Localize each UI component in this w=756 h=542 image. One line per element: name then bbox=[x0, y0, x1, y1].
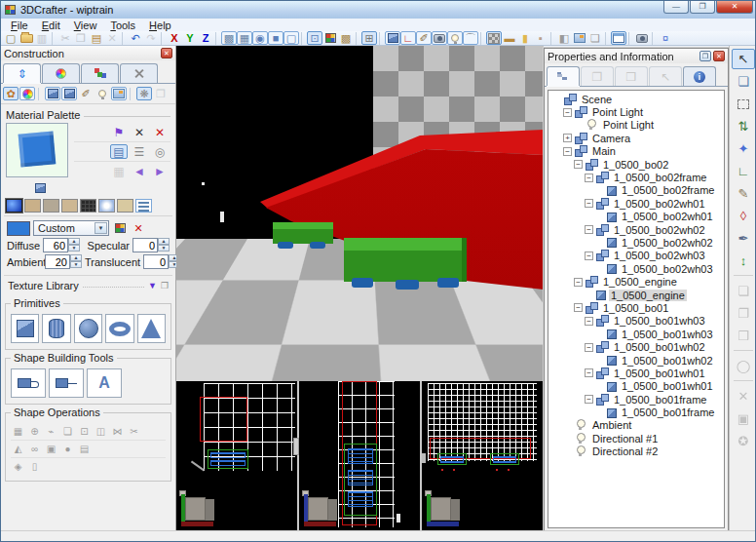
primitive-torus[interactable] bbox=[105, 314, 133, 343]
component-mode-icon[interactable] bbox=[61, 87, 77, 100]
expand-icon[interactable]: + bbox=[563, 134, 572, 142]
primitive-cylinder[interactable] bbox=[42, 314, 70, 343]
chevron-down-icon[interactable]: ▼ bbox=[94, 222, 107, 234]
tree-item[interactable]: −1_0500_bo02frame bbox=[548, 171, 724, 183]
collapse-icon[interactable]: − bbox=[585, 225, 593, 234]
tree-item[interactable]: −1_0500_bo01wh02 bbox=[548, 340, 724, 353]
diffuse-value[interactable] bbox=[43, 238, 68, 252]
swatch-radial[interactable] bbox=[98, 199, 115, 213]
tree-item[interactable]: Point Light bbox=[548, 119, 724, 132]
scene-image-icon[interactable] bbox=[111, 87, 127, 100]
small-eraser-icon[interactable]: ▪ bbox=[533, 31, 548, 45]
add-camera-icon[interactable] bbox=[432, 31, 447, 45]
apply-material-icon[interactable]: ⚑ bbox=[110, 125, 128, 139]
specular-value[interactable] bbox=[132, 238, 158, 252]
vehicle-icon[interactable]: ▬ bbox=[502, 31, 517, 45]
light-mode-icon[interactable] bbox=[94, 87, 110, 100]
collapse-icon[interactable]: − bbox=[585, 317, 593, 326]
ambient-value[interactable] bbox=[45, 254, 70, 269]
collapse-icon[interactable]: − bbox=[585, 252, 593, 260]
select-tool-icon[interactable]: ↖ bbox=[732, 49, 755, 69]
properties-maximize-icon[interactable]: ❐ bbox=[699, 51, 711, 61]
collapse-icon[interactable]: − bbox=[574, 160, 583, 169]
delete-material-icon[interactable]: ✕ bbox=[151, 125, 169, 139]
tab-info[interactable]: i bbox=[683, 66, 716, 86]
tree-item[interactable]: 1_0500_bo02frame bbox=[548, 184, 724, 197]
tree-item[interactable]: 1_0500_engine bbox=[548, 289, 724, 301]
eyedropper-tool-icon[interactable]: ✒ bbox=[732, 228, 755, 249]
tree-item[interactable]: 1_0500_bo01wh03 bbox=[548, 328, 724, 340]
layer-mode-icon[interactable]: ▤ bbox=[110, 144, 128, 159]
translucent-value[interactable] bbox=[143, 254, 169, 269]
axis-z-icon[interactable]: Z bbox=[198, 31, 213, 45]
marquee-tool-icon[interactable] bbox=[732, 94, 755, 114]
tab-color[interactable] bbox=[42, 63, 80, 83]
ortho-view-side[interactable] bbox=[422, 381, 543, 530]
tree-item[interactable]: Scene bbox=[548, 93, 724, 105]
settings-icon[interactable]: ❋ bbox=[136, 87, 152, 100]
background-checker-icon[interactable] bbox=[486, 31, 502, 45]
tree-item[interactable]: −1_0500_bo01 bbox=[548, 301, 724, 314]
menu-edit[interactable]: Edit bbox=[36, 19, 66, 31]
snapshot-icon[interactable] bbox=[634, 31, 650, 45]
collapse-icon[interactable]: − bbox=[585, 199, 593, 208]
add-bone-icon[interactable]: ✐ bbox=[416, 31, 432, 45]
axis-x-icon[interactable]: X bbox=[167, 31, 182, 45]
construction-close-icon[interactable]: ✕ bbox=[161, 48, 172, 58]
tab-transform[interactable]: ⇕ bbox=[3, 63, 41, 83]
collapse-icon[interactable]: − bbox=[574, 303, 583, 312]
tree-item[interactable]: 1_0500_bo01frame bbox=[548, 406, 724, 418]
shade-mode-icon[interactable]: ◧ bbox=[556, 31, 572, 45]
zoom-window-icon[interactable]: ❏ bbox=[732, 71, 755, 92]
collapse-icon[interactable]: − bbox=[585, 343, 593, 352]
clear-material-icon[interactable]: ✕ bbox=[131, 125, 148, 139]
viewport-splitter-handle[interactable] bbox=[293, 438, 299, 455]
primitive-sphere[interactable] bbox=[74, 314, 102, 343]
paint-mode-icon[interactable]: ✿ bbox=[3, 87, 19, 100]
collapse-icon[interactable]: − bbox=[563, 147, 572, 156]
axes-tool-icon[interactable]: ∟ bbox=[732, 161, 755, 181]
maximize-button[interactable]: ❐ bbox=[690, 1, 715, 14]
menu-file[interactable]: File bbox=[5, 19, 34, 31]
eraser-icon[interactable]: ▮ bbox=[517, 31, 533, 45]
tab-scene-tree[interactable] bbox=[547, 66, 580, 86]
open-folder-icon[interactable] bbox=[19, 31, 34, 45]
shape-mode-icon[interactable] bbox=[45, 87, 60, 100]
new-file-icon[interactable]: ▢ bbox=[3, 31, 19, 45]
select-group-icon[interactable]: ▢ bbox=[284, 31, 299, 45]
swatch-texture[interactable] bbox=[117, 199, 133, 213]
minimize-button[interactable]: — bbox=[663, 1, 689, 14]
select-object-icon[interactable]: ■ bbox=[268, 31, 284, 45]
tree-item[interactable]: Ambient bbox=[548, 419, 724, 432]
tool-text[interactable]: A bbox=[87, 368, 122, 398]
color-grid-icon[interactable] bbox=[112, 221, 128, 235]
select-edges-icon[interactable]: ▦ bbox=[237, 31, 252, 45]
menu-help[interactable]: Help bbox=[143, 19, 177, 31]
collapse-icon[interactable]: ▼ bbox=[148, 281, 157, 290]
properties-close-icon[interactable]: ✕ bbox=[713, 51, 725, 61]
primitive-cube[interactable] bbox=[11, 314, 39, 343]
frame-crop-icon[interactable]: ⊞ bbox=[361, 31, 377, 45]
delete-color-icon[interactable]: ✕ bbox=[131, 221, 146, 235]
paint-cube-icon[interactable] bbox=[322, 31, 338, 45]
swatch-noise-gray[interactable] bbox=[43, 199, 59, 213]
tab-tools[interactable] bbox=[120, 63, 158, 83]
tree-item[interactable]: −1_0500_bo02 bbox=[548, 158, 724, 171]
specular-stepper[interactable]: ▲▼ bbox=[132, 238, 170, 252]
tree-item[interactable]: 1_0500_bo01wh02 bbox=[548, 354, 724, 367]
pan-tool-icon[interactable]: ⇅ bbox=[732, 116, 755, 136]
collapse-icon[interactable]: − bbox=[574, 278, 583, 287]
menu-tools[interactable]: Tools bbox=[104, 19, 141, 31]
texture-cube-icon[interactable]: ▩ bbox=[338, 31, 354, 45]
flip-h-icon[interactable]: ◄ bbox=[131, 164, 148, 178]
material-preview[interactable] bbox=[6, 123, 68, 177]
tree-item[interactable]: −1_0500_engine bbox=[548, 275, 724, 288]
collapse-icon[interactable]: − bbox=[585, 368, 593, 377]
ortho-view-top[interactable] bbox=[299, 381, 420, 530]
paste-icon[interactable]: ▤ bbox=[89, 31, 104, 45]
primitive-cone[interactable] bbox=[137, 314, 166, 343]
add-shape-icon[interactable] bbox=[385, 31, 400, 45]
collapse-icon[interactable]: − bbox=[585, 174, 593, 182]
diffuse-stepper[interactable]: ▲▼ bbox=[43, 238, 80, 252]
tree-item[interactable]: −1_0500_bo01frame bbox=[548, 393, 724, 406]
